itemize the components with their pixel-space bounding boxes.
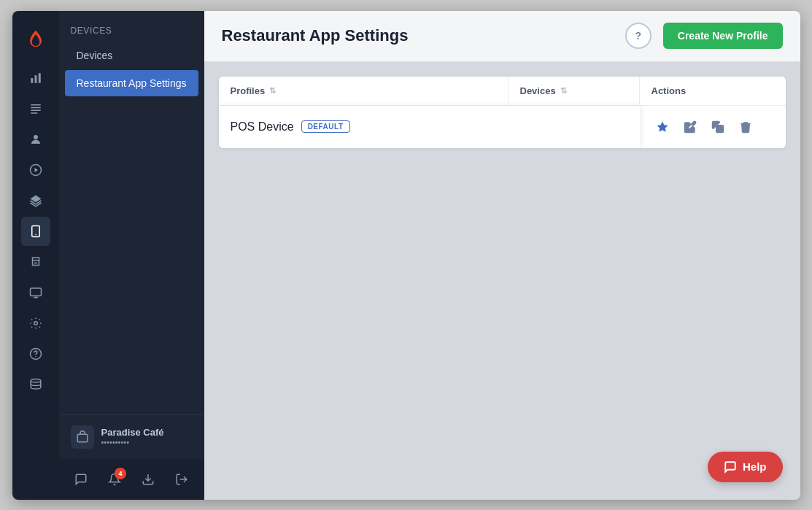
th-profiles: Profiles ⇅ xyxy=(219,77,509,105)
sidebar-icon-print[interactable] xyxy=(21,247,50,277)
venue-info: Paradise Café •••••••••• xyxy=(59,415,204,459)
td-actions xyxy=(640,106,786,148)
logout-icon[interactable] xyxy=(169,466,195,492)
nav-item-devices[interactable]: Devices xyxy=(65,42,198,69)
svg-rect-4 xyxy=(31,107,41,108)
page-help-button[interactable]: ? xyxy=(625,23,651,49)
star-action-icon[interactable] xyxy=(651,116,673,138)
th-actions: Actions xyxy=(640,77,786,105)
svg-rect-1 xyxy=(34,75,36,83)
svg-marker-9 xyxy=(34,168,38,172)
logo-area xyxy=(24,18,47,62)
sidebar-nav-col: Devices Devices Restaurant App Settings … xyxy=(59,11,204,500)
copy-action-icon[interactable] xyxy=(707,116,729,138)
nav-section-title: Devices xyxy=(59,11,204,42)
edit-action-icon[interactable] xyxy=(679,116,701,138)
venue-sub: •••••••••• xyxy=(101,438,164,447)
nav-item-restaurant-app-settings[interactable]: Restaurant App Settings xyxy=(65,70,198,96)
sidebar-bottom: Paradise Café •••••••••• 4 xyxy=(59,414,204,500)
svg-point-18 xyxy=(34,321,37,325)
svg-rect-14 xyxy=(34,262,37,263)
sidebar-icon-layers[interactable] xyxy=(21,186,50,215)
svg-rect-6 xyxy=(31,112,37,114)
sidebar-icon-help[interactable] xyxy=(21,339,50,368)
notifications-icon[interactable]: 4 xyxy=(101,466,128,492)
svg-point-21 xyxy=(31,379,41,382)
sidebar-icon-contacts[interactable] xyxy=(21,125,50,154)
svg-rect-22 xyxy=(77,434,88,442)
sidebar: Devices Devices Restaurant App Settings … xyxy=(12,11,204,500)
svg-point-7 xyxy=(34,135,38,139)
table-row: POS Device DEFAULT 1 xyxy=(219,106,786,148)
venue-icon xyxy=(71,425,94,449)
venue-details: Paradise Café •••••••••• xyxy=(101,427,164,447)
sidebar-icon-play[interactable] xyxy=(21,155,50,185)
svg-rect-24 xyxy=(716,125,723,132)
profile-name: POS Device xyxy=(231,120,294,134)
sort-profiles-icon[interactable]: ⇅ xyxy=(269,86,276,96)
table-header: Profiles ⇅ Devices ⇅ Actions xyxy=(219,77,786,106)
svg-rect-5 xyxy=(31,109,41,111)
row-popup: POS Device DEFAULT xyxy=(219,106,640,148)
notifications-badge: 4 xyxy=(115,468,126,479)
help-chat-icon xyxy=(724,460,737,474)
app-container: Devices Devices Restaurant App Settings … xyxy=(12,11,800,500)
download-icon[interactable] xyxy=(135,466,161,492)
svg-point-20 xyxy=(35,356,36,357)
default-badge: DEFAULT xyxy=(301,120,350,133)
flame-logo-icon xyxy=(24,28,47,52)
sidebar-icons-col xyxy=(12,11,59,500)
main-content: Restaurant App Settings ? Create New Pro… xyxy=(204,11,800,500)
profiles-table: Profiles ⇅ Devices ⇅ Actions POS Dev xyxy=(219,77,786,148)
sidebar-icon-database[interactable] xyxy=(21,370,50,399)
main-body: Profiles ⇅ Devices ⇅ Actions POS Dev xyxy=(204,62,800,500)
sidebar-icon-chart[interactable] xyxy=(21,63,50,93)
venue-name: Paradise Café xyxy=(101,427,164,438)
sort-devices-icon[interactable]: ⇅ xyxy=(560,86,567,96)
chat-icon[interactable] xyxy=(68,466,94,492)
svg-rect-0 xyxy=(31,78,33,83)
sidebar-icon-monitor[interactable] xyxy=(21,278,50,307)
page-title: Restaurant App Settings xyxy=(222,26,614,45)
svg-marker-23 xyxy=(657,121,668,131)
create-new-profile-button[interactable]: Create New Profile xyxy=(663,23,783,49)
delete-action-icon[interactable] xyxy=(735,116,757,138)
main-header: Restaurant App Settings ? Create New Pro… xyxy=(204,11,800,62)
th-devices: Devices ⇅ xyxy=(509,77,640,105)
bottom-toolbar: 4 xyxy=(59,459,204,500)
svg-rect-3 xyxy=(31,104,41,106)
sidebar-icon-list[interactable] xyxy=(21,94,50,123)
svg-point-12 xyxy=(35,233,36,235)
sidebar-icon-tablet[interactable] xyxy=(21,217,50,246)
svg-rect-15 xyxy=(30,288,41,296)
help-floating-button[interactable]: Help xyxy=(708,452,783,482)
sidebar-icon-settings[interactable] xyxy=(21,309,50,338)
svg-rect-2 xyxy=(38,73,40,83)
help-button-label: Help xyxy=(743,460,767,473)
